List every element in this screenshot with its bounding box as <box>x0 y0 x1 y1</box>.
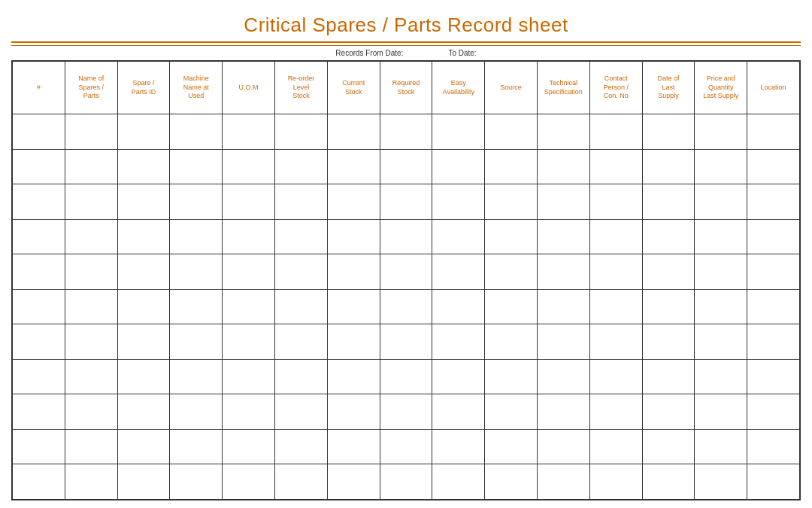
cell-date_supply <box>642 359 695 394</box>
cell-contact <box>589 289 642 324</box>
cell-source <box>485 254 538 290</box>
table-row <box>13 464 800 500</box>
cell-current_stock <box>327 429 380 464</box>
cell-num <box>13 324 65 360</box>
cell-required_stock <box>380 464 432 500</box>
cell-reorder <box>274 289 327 324</box>
col-header-date_supply: Date of Last Supply <box>642 62 695 114</box>
cell-uom <box>223 464 275 500</box>
cell-easy_avail <box>432 359 485 394</box>
cell-current_stock <box>327 394 380 430</box>
cell-current_stock <box>327 184 380 220</box>
cell-easy_avail <box>432 429 485 464</box>
cell-current_stock <box>327 359 380 394</box>
cell-uom <box>223 219 275 254</box>
cell-uom <box>223 429 275 464</box>
cell-location <box>747 254 800 290</box>
cell-machine <box>170 429 223 464</box>
cell-price_qty <box>695 394 747 430</box>
cell-machine <box>170 254 223 290</box>
cell-reorder <box>274 464 327 500</box>
cell-uom <box>223 394 275 430</box>
cell-contact <box>589 114 642 150</box>
cell-uom <box>223 149 275 184</box>
table-row <box>13 219 800 254</box>
cell-source <box>485 394 538 430</box>
cell-location <box>747 394 800 430</box>
cell-tech_spec <box>537 114 589 150</box>
cell-required_stock <box>380 359 432 394</box>
cell-source <box>485 114 538 150</box>
cell-tech_spec <box>537 184 589 220</box>
cell-location <box>747 429 800 464</box>
col-header-tech_spec: Technical Specification <box>537 62 589 114</box>
table-row <box>13 359 800 394</box>
cell-location <box>747 359 800 394</box>
cell-source <box>485 289 538 324</box>
cell-date_supply <box>642 114 695 150</box>
col-header-contact: Contact Person / Con. No <box>589 62 642 114</box>
col-header-machine: Machine Name at Used <box>170 62 223 114</box>
cell-current_stock <box>327 254 380 290</box>
page: Critical Spares / Parts Record sheet Rec… <box>0 0 812 508</box>
cell-spare_parts_id <box>117 324 170 360</box>
table-row <box>13 114 800 150</box>
cell-machine <box>170 149 223 184</box>
cell-tech_spec <box>537 324 589 360</box>
cell-machine <box>170 394 223 430</box>
cell-date_supply <box>642 324 695 360</box>
cell-current_stock <box>327 464 380 500</box>
cell-price_qty <box>695 359 747 394</box>
cell-current_stock <box>327 324 380 360</box>
cell-price_qty <box>695 254 747 290</box>
cell-name <box>65 219 117 254</box>
cell-date_supply <box>642 394 695 430</box>
cell-num <box>13 149 65 184</box>
cell-price_qty <box>695 289 747 324</box>
cell-name <box>65 254 117 290</box>
cell-current_stock <box>327 289 380 324</box>
cell-easy_avail <box>432 114 485 150</box>
cell-spare_parts_id <box>117 254 170 290</box>
cell-uom <box>223 254 275 290</box>
cell-uom <box>223 359 275 394</box>
cell-name <box>65 394 117 430</box>
cell-num <box>13 394 65 430</box>
records-date-row: Records From Date: To Date: <box>11 49 801 57</box>
cell-date_supply <box>642 149 695 184</box>
cell-price_qty <box>695 149 747 184</box>
cell-source <box>485 324 538 360</box>
cell-spare_parts_id <box>117 149 170 184</box>
title-divider-2 <box>11 45 801 46</box>
cell-current_stock <box>327 219 380 254</box>
col-header-price_qty: Price and Quantity Last Supply <box>695 62 747 114</box>
cell-easy_avail <box>432 394 485 430</box>
cell-location <box>747 149 800 184</box>
cell-num <box>13 359 65 394</box>
cell-uom <box>223 289 275 324</box>
cell-required_stock <box>380 324 432 360</box>
cell-date_supply <box>642 464 695 500</box>
cell-spare_parts_id <box>117 289 170 324</box>
cell-machine <box>170 359 223 394</box>
cell-price_qty <box>695 464 747 500</box>
cell-contact <box>589 254 642 290</box>
cell-tech_spec <box>537 219 589 254</box>
cell-location <box>747 289 800 324</box>
cell-current_stock <box>327 114 380 150</box>
cell-price_qty <box>695 184 747 220</box>
cell-reorder <box>274 149 327 184</box>
cell-location <box>747 114 800 150</box>
cell-num <box>13 254 65 290</box>
cell-price_qty <box>695 114 747 150</box>
cell-location <box>747 324 800 360</box>
spares-table: #Name of Spares / PartsSpare / Parts IDM… <box>12 61 800 500</box>
cell-num <box>13 184 65 220</box>
cell-required_stock <box>380 429 432 464</box>
page-title: Critical Spares / Parts Record sheet <box>11 8 801 40</box>
cell-date_supply <box>642 254 695 290</box>
cell-spare_parts_id <box>117 219 170 254</box>
cell-required_stock <box>380 289 432 324</box>
table-header-row: #Name of Spares / PartsSpare / Parts IDM… <box>13 62 800 114</box>
cell-price_qty <box>695 219 747 254</box>
